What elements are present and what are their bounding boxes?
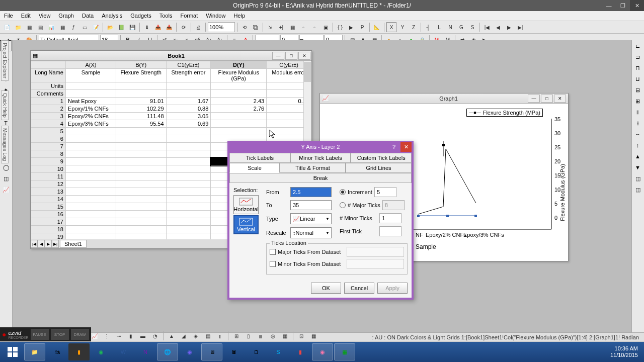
cell[interactable]: 95.54 [116,120,166,128]
distribute-h-icon[interactable]: ⫴ [632,107,643,118]
row-header[interactable]: 16 [31,211,66,218]
cell[interactable] [65,135,116,143]
menu-view[interactable]: View [35,11,55,21]
move-left-icon[interactable]: ◀ [493,22,503,32]
row-header[interactable]: 1 [31,98,66,105]
cell[interactable]: 91.01 [116,98,166,105]
digitizer-icon[interactable]: 📐 [372,22,382,32]
minor-ticks-input[interactable] [379,213,401,223]
cell[interactable] [166,196,211,203]
dialog-help-button[interactable]: ? [388,142,399,152]
cell[interactable]: Epoxy/2% CNFs [65,113,116,120]
tab-grid-lines[interactable]: Grid Lines [346,163,412,173]
cell[interactable]: 1.67 [166,98,211,105]
new-workbook-icon[interactable]: ▦ [24,22,34,32]
col-header-d[interactable]: D(Y) [211,61,267,69]
cell[interactable]: Neat Epoxy [65,98,116,105]
cell[interactable]: 0.88 [166,105,211,113]
set-y-icon[interactable]: Y [397,22,408,32]
taskbar-monitor-icon[interactable]: 🖥 [201,343,222,360]
menu-analysis[interactable]: Analysis [98,11,126,21]
zoom-combo[interactable] [208,22,235,32]
apply-button[interactable]: Apply [377,283,408,294]
major-ticks-radio[interactable] [340,202,346,208]
batch-processing-icon[interactable]: ⟳ [179,22,189,32]
cell[interactable] [65,188,116,196]
cell[interactable] [166,211,211,218]
code-builder-icon[interactable]: { } [335,22,345,32]
line-plot-icon[interactable]: 📈 [90,331,100,341]
sheet-prev-button[interactable]: ◀ [38,240,45,248]
tab-custom-tick-labels[interactable]: Custom Tick Labels [351,153,412,163]
roi-tool-icon[interactable]: ◫ [0,173,12,184]
cell[interactable]: Epoxy/1% CNFs [65,105,116,113]
units-header[interactable]: Units [31,82,66,90]
print-icon[interactable]: 🖨 [193,22,203,32]
tab-scale[interactable]: Scale [229,163,280,173]
align-bottom-icon[interactable]: ⊔ [632,73,643,84]
row-header[interactable]: 17 [31,218,66,226]
rescale-icon[interactable]: ⇲ [265,22,275,32]
taskbar-store-icon[interactable]: 🛍 [46,343,67,360]
cell[interactable] [116,211,166,218]
col-header-c[interactable]: C1(yEr±) [166,61,211,69]
longname-a[interactable]: Sample [65,69,116,82]
comments-header[interactable]: Comments [31,90,66,98]
add-column-icon[interactable]: +| [276,22,286,32]
bring-front-icon[interactable]: ▲ [632,151,643,162]
cell[interactable] [166,226,211,233]
cell[interactable] [166,203,211,211]
longname-c[interactable]: Strength error [166,69,211,82]
cell[interactable] [65,196,116,203]
row-header[interactable]: 12 [31,180,66,188]
align-top-icon[interactable]: ⊓ [632,62,643,73]
taskbar-origin-icon[interactable]: ▦ [334,343,355,360]
sheet-last-button[interactable]: ▶| [52,240,59,248]
cell[interactable] [116,226,166,233]
tab-title-format[interactable]: Title & Format [280,163,346,173]
import-single-icon[interactable]: 📥 [153,22,163,32]
same-width-icon[interactable]: ↔ [632,129,643,140]
new-function-icon[interactable]: ƒ [68,22,78,32]
layer-management-icon[interactable]: ▦ [287,22,297,32]
taskbar-skype-icon[interactable]: S [268,343,289,360]
cell[interactable] [166,188,211,196]
column-plot-icon[interactable]: ▮ [126,331,136,341]
row-header[interactable]: 5 [31,128,66,135]
ezvid-stop-button[interactable]: STOP [51,329,69,340]
set-yerr-icon[interactable]: ┤ [423,22,433,32]
major-from-dataset-check[interactable] [270,249,276,255]
cell[interactable] [211,82,267,90]
cell[interactable] [65,150,116,158]
rescale-select[interactable]: ↕ Normal [290,227,332,238]
slideshow-icon[interactable]: ▶ [346,22,356,32]
ezvid-pause-button[interactable]: PAUSE [31,329,49,340]
row-header[interactable]: 9 [31,158,66,165]
row-header[interactable]: 2 [31,105,66,113]
fill-area-icon[interactable]: ◢ [179,331,189,341]
cell[interactable] [166,150,211,158]
minor-from-dataset-check[interactable] [270,261,276,267]
y-axis-label[interactable]: Flexure Modulus (GPa) [559,164,566,221]
to-input[interactable] [290,200,332,210]
set-x-icon[interactable]: X [386,22,396,32]
taskbar-chrome-icon[interactable]: 🌐 [157,343,178,360]
contour-icon[interactable]: ◎ [268,331,278,341]
taskbar-ezvid-icon[interactable]: ◉ [312,343,333,360]
book-maximize-button[interactable]: □ [285,52,297,60]
line-symbol-icon[interactable]: ⊸ [114,331,124,341]
cell[interactable] [65,158,116,165]
taskbar-spotify-icon[interactable]: ◉ [91,343,112,360]
new-layout-icon[interactable]: ▭ [79,22,90,32]
taskbar-onenote-icon[interactable]: N [135,343,156,360]
cell[interactable] [116,128,166,135]
row-header[interactable]: 4 [31,120,66,128]
menu-data[interactable]: Data [78,11,98,21]
minimize-button[interactable]: — [602,0,616,11]
cell[interactable] [166,135,211,143]
selection-horizontal[interactable]: Horizontal [233,195,259,214]
cell[interactable] [166,180,211,188]
row-header[interactable]: 19 [31,233,66,240]
menu-file[interactable]: File [0,11,17,21]
set-z-icon[interactable]: Z [409,22,419,32]
